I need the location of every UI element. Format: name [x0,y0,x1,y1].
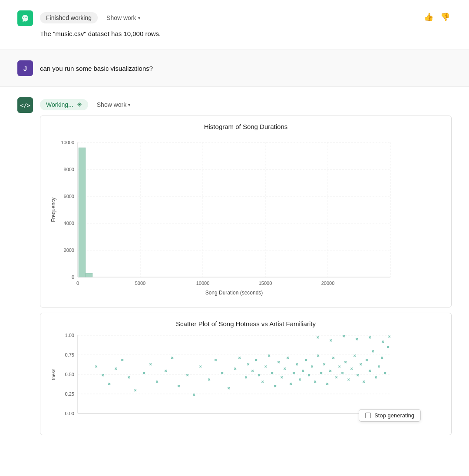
svg-text:×: × [271,371,273,375]
svg-text:×: × [299,377,301,382]
svg-text:15000: 15000 [259,281,272,286]
svg-text:×: × [221,371,223,375]
message-row-assistant: Finished working Show work ▾ The "music.… [17,10,422,39]
svg-text:1.00: 1.00 [65,333,74,338]
scatter-chart-box: Scatter Plot of Song Hotness vs Artist F… [40,313,452,435]
svg-text:×: × [193,393,195,397]
svg-text:×: × [208,377,210,382]
show-work-button-finished[interactable]: Show work ▾ [103,13,143,23]
thumbdown-button[interactable]: 👎 [439,10,452,23]
svg-text:×: × [121,358,123,362]
histogram-bar-2 [86,273,92,277]
svg-text:×: × [363,380,365,384]
message-user-question: J can you run some basic visualizations? [0,50,469,87]
histogram-svg: 0 2000 4000 6000 8000 10000 0 5000 10000 [47,134,403,299]
svg-text:×: × [284,367,286,371]
svg-text:×: × [375,375,377,380]
svg-text:×: × [245,375,247,380]
svg-text:×: × [134,388,136,393]
svg-text:×: × [381,356,383,360]
svg-text:×: × [305,358,307,362]
user-question-text: can you run some basic visualizations? [40,62,452,72]
svg-text:×: × [382,340,384,344]
avatar-user: J [17,60,33,76]
svg-text:5000: 5000 [135,281,145,286]
svg-text:6000: 6000 [64,194,74,199]
show-work-label-finished: Show work [106,14,136,21]
stop-generating-label: Stop generating [374,412,414,419]
svg-text:×: × [199,364,201,369]
stop-generating-button[interactable]: Stop generating [359,409,421,422]
histogram-bar-1 [79,148,86,277]
message-row-working: </> Working... ✳ Show work ▾ [17,97,452,440]
svg-text:×: × [330,338,332,343]
svg-text:×: × [357,373,359,377]
svg-text:×: × [332,356,334,360]
svg-text:×: × [247,362,249,367]
svg-text:×: × [228,386,230,390]
svg-text:×: × [317,335,319,340]
svg-text:×: × [296,362,298,367]
svg-text:×: × [264,364,267,369]
status-pill-finished: Finished working [40,12,98,23]
show-work-label-working: Show work [97,101,126,108]
svg-text:×: × [387,345,389,349]
status-pill-working: Working... ✳ [40,99,88,110]
message-text-finished: The "music.csv" dataset has 10,000 rows. [40,29,422,39]
chevron-down-icon-working: ▾ [128,102,130,107]
svg-text:×: × [95,364,97,369]
message-content-working: Working... ✳ Show work ▾ Histogram of So… [40,97,452,440]
svg-text:×: × [308,373,310,377]
svg-point-3 [26,17,27,18]
svg-text:×: × [384,371,386,375]
svg-text:×: × [314,380,316,384]
svg-text:×: × [360,362,362,367]
svg-text:0: 0 [72,274,74,280]
svg-text:×: × [302,369,304,373]
svg-text:×: × [347,377,350,382]
scatter-svg: 0.00 0.25 0.50 0.75 1.00 tness [47,331,403,426]
scatter-title: Scatter Plot of Song Hotness vs Artist F… [47,320,444,327]
thumbdown-icon: 👎 [440,13,450,21]
finished-status-text: Finished working [46,14,92,21]
svg-text:×: × [102,373,104,377]
svg-text:×: × [326,382,328,386]
svg-text:×: × [378,364,380,369]
thumbup-button[interactable]: 👍 [422,10,435,23]
svg-text:×: × [311,364,313,369]
svg-text:×: × [178,384,180,388]
svg-text:×: × [388,334,390,339]
chat-container: Finished working Show work ▾ The "music.… [0,0,469,476]
svg-text:×: × [290,382,292,386]
svg-text:×: × [128,375,130,380]
avatar-code: </> [17,97,33,113]
svg-text:×: × [268,354,270,358]
svg-text:×: × [366,358,368,362]
svg-text:×: × [261,380,264,384]
svg-text:×: × [353,354,356,358]
svg-text:2000: 2000 [64,248,74,253]
svg-text:×: × [108,382,110,386]
svg-text:Frequency: Frequency [50,198,56,222]
svg-text:×: × [341,371,343,375]
avatar-chatgpt [17,10,33,26]
message-content-user: can you run some basic visualizations? [40,60,452,72]
svg-text:×: × [234,367,236,371]
message-row-user: J can you run some basic visualizations? [17,60,452,76]
svg-text:×: × [115,367,117,371]
svg-text:0.00: 0.00 [65,411,74,416]
stop-checkbox-icon [365,413,371,418]
svg-text:×: × [258,373,260,377]
svg-text:Song Duration (seconds): Song Duration (seconds) [205,290,263,296]
svg-point-1 [23,17,24,18]
svg-text:×: × [293,371,295,375]
svg-text:0.75: 0.75 [65,352,74,357]
message-content-finished: Finished working Show work ▾ The "music.… [40,10,422,39]
svg-text:×: × [372,349,374,354]
svg-text:×: × [338,364,340,369]
histogram-chart-box: Histogram of Song Durations [40,116,452,307]
svg-text:×: × [344,360,347,364]
svg-text:10000: 10000 [196,281,210,286]
show-work-button-working[interactable]: Show work ▾ [93,99,134,110]
svg-text:×: × [143,371,145,375]
